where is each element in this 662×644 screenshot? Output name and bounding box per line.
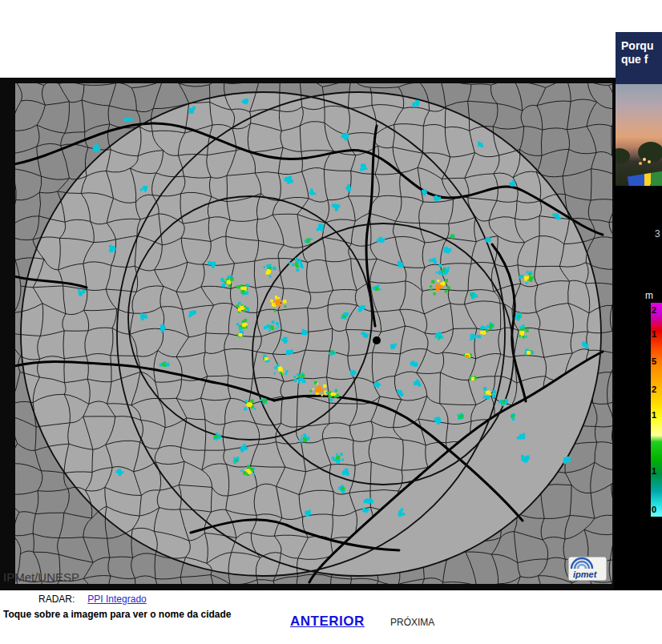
clipped-timestamp-text: 3 (655, 228, 660, 239)
legend-value-label: 1 (652, 410, 656, 421)
proxima-link[interactable]: PRÓXIMA (390, 617, 434, 628)
page-root: { "radar_map": { "watermark": "IPMet/UNE… (0, 0, 662, 644)
anterior-link[interactable]: ANTERIOR (290, 614, 365, 630)
radar-site-dot (373, 336, 381, 344)
ad-banner[interactable]: Porqu que f (616, 32, 662, 186)
rain-rate-color-scale: 2152110 (651, 303, 662, 517)
ad-line-2: que f (621, 53, 648, 66)
city-lights (643, 158, 646, 161)
ad-headline: Porqu que f (616, 32, 662, 84)
touch-hint-text: Toque sobre a imagem para ver o nome da … (3, 609, 232, 620)
radar-label: RADAR: (38, 594, 75, 605)
ad-line-1: Porqu (621, 39, 653, 52)
flag-shape (628, 171, 662, 186)
ipmet-logo-text: ipmet (573, 570, 598, 579)
radar-map-image[interactable]: IPMet/UNESPipmet (0, 78, 614, 590)
tree-silhouette (638, 142, 662, 163)
radar-selector-row: RADAR:PPI Integrado (38, 594, 147, 605)
ad-sunset-photo (616, 84, 662, 186)
legend-value-label: 1 (652, 466, 656, 477)
map-watermark: IPMet/UNESP (3, 570, 79, 584)
legend-value-label: 0 (652, 505, 656, 515)
tree-silhouette (616, 148, 630, 164)
legend-value-label: 1 (652, 329, 656, 340)
legend-value-label: 5 (652, 356, 656, 367)
legend-value-label: 2 (652, 305, 656, 316)
legend-unit-label: m (645, 290, 653, 301)
legend-value-label: 2 (652, 384, 656, 395)
ipmet-logo: ipmet (568, 557, 607, 581)
radar-map-svg: IPMet/UNESPipmet (0, 78, 614, 590)
ppi-integrado-link[interactable]: PPI Integrado (87, 594, 146, 605)
